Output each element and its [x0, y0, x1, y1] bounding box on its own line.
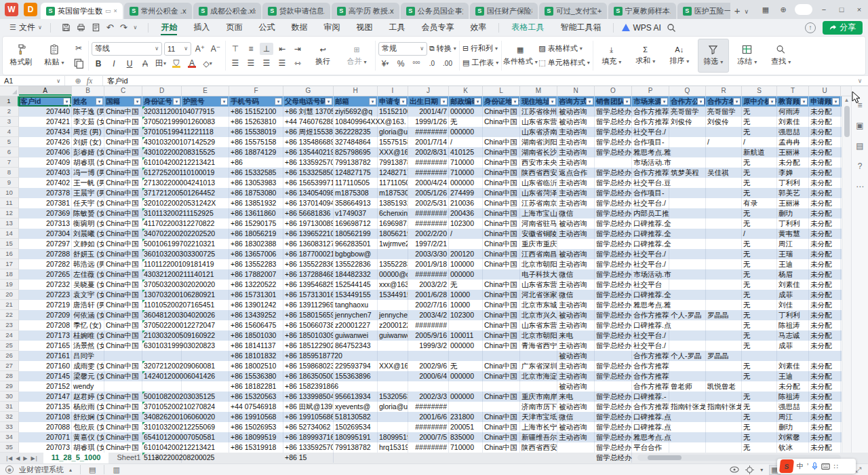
cell[interactable]: 留学总经办	[595, 218, 632, 229]
cell[interactable]: 陈祖涛	[777, 392, 809, 402]
cell[interactable]: 未分配	[809, 361, 841, 371]
cell[interactable]: 169698712	[378, 218, 408, 229]
cell[interactable]: +86 18501030	[229, 330, 283, 341]
cell[interactable]: China中国	[483, 361, 520, 371]
document-tab[interactable]: S成都公积金.xlsx	[193, 3, 261, 19]
row-header-5[interactable]: 5	[0, 137, 19, 147]
column-header-G[interactable]: G	[283, 86, 334, 96]
cell[interactable]	[706, 300, 742, 310]
print-icon[interactable]	[77, 23, 85, 32]
cell[interactable]: +86 15332585	[229, 168, 283, 178]
cell[interactable]: ########	[408, 157, 449, 168]
fx-icon[interactable]: fx	[87, 76, 93, 86]
row-header-19[interactable]: 19	[0, 280, 19, 290]
table-style-button[interactable]: ▨ 表格样式▾	[538, 43, 589, 55]
cell[interactable]: 207297	[19, 239, 72, 249]
cell[interactable]: z20001227	[378, 320, 408, 330]
cell[interactable]: 未分配	[809, 168, 841, 178]
cell[interactable]: jennychen7	[334, 310, 378, 320]
cell[interactable]: 成雨雯 (女	[72, 361, 104, 371]
filter-dropdown-icon[interactable]: ▾	[474, 98, 481, 105]
cell[interactable]: 710000	[449, 442, 483, 453]
cell[interactable]: 370105200210270824	[142, 402, 182, 412]
preview-icon[interactable]	[92, 23, 100, 32]
cell[interactable]	[669, 290, 706, 300]
cell[interactable]: 主动咨询	[557, 198, 595, 208]
cell[interactable]: 207406	[19, 147, 72, 157]
menu-tab-页面[interactable]: 页面	[218, 19, 250, 36]
cell[interactable]: 无	[742, 280, 777, 290]
cell[interactable]	[706, 208, 742, 218]
cell[interactable]: 未分配	[809, 402, 841, 412]
cell[interactable]: 430103200107142529	[142, 137, 182, 147]
cell[interactable]: 500108200203035125	[142, 392, 182, 402]
cell[interactable]: 吴佳祺	[706, 168, 742, 178]
cell[interactable]: +86 15	[283, 453, 334, 463]
cell[interactable]: XXX@163.	[378, 361, 408, 371]
cell[interactable]: 留学总经办	[595, 229, 632, 239]
cell[interactable]: China中国	[104, 117, 142, 127]
cell[interactable]	[669, 412, 706, 422]
cell[interactable]: 留学总经办	[595, 453, 632, 463]
cell[interactable]: 刘素佳	[777, 117, 809, 127]
upload-icon[interactable]: ↑	[805, 22, 816, 33]
cell[interactable]: 371721200501264452	[142, 188, 182, 198]
cell[interactable]: 周煜 (男)	[72, 127, 104, 137]
cell[interactable]: 电子科技大	[520, 269, 557, 280]
document-tab[interactable]: S贷款申请信息.xlsx	[262, 3, 330, 19]
cell[interactable]: 229593794	[334, 361, 378, 371]
eye-icon[interactable]	[730, 466, 739, 473]
cell[interactable]: 210036	[449, 198, 483, 208]
cell[interactable]	[378, 300, 408, 310]
cell[interactable]	[706, 147, 742, 157]
cell[interactable]: 207409	[19, 157, 72, 168]
cell[interactable]: 未分配	[809, 269, 841, 280]
cell[interactable]: 未分配	[809, 392, 841, 402]
cell[interactable]: 108409964XXX@163.	[334, 117, 378, 127]
cell[interactable]: China中国	[483, 147, 520, 157]
cell[interactable]: 留学总经办	[595, 168, 632, 178]
cell[interactable]: gloria@uk	[378, 127, 408, 137]
comma-style-icon[interactable]: ⁰⁰⁰	[410, 58, 423, 70]
filter-dropdown-icon[interactable]: ▾	[369, 98, 376, 105]
cell[interactable]	[669, 208, 706, 218]
cell[interactable]: +86 18182281	[229, 381, 283, 392]
cell[interactable]: 舒妍玉 (女	[72, 249, 104, 259]
cell[interactable]: 1999/1/26	[408, 117, 449, 127]
cell[interactable]: 济南市历下	[520, 402, 557, 412]
cell[interactable]: +86 15538019	[229, 127, 283, 137]
cell[interactable]	[595, 157, 632, 168]
cell[interactable]: China中国	[483, 239, 520, 249]
cell[interactable]: 207223	[19, 290, 72, 300]
cell[interactable]: 陈子逸 (男	[72, 107, 104, 117]
row-header-20[interactable]: 20	[0, 290, 19, 300]
row-header-33[interactable]: 33	[0, 422, 19, 432]
cell[interactable]: 110112200109181419	[142, 259, 182, 269]
cell[interactable]: 刘妍 (女)	[72, 137, 104, 147]
last-sheet-icon[interactable]: ▶∣	[31, 455, 37, 461]
cell[interactable]: +86 18302388	[229, 239, 283, 249]
cell[interactable]: +86 18056219	[229, 229, 283, 239]
column-header-F[interactable]: F	[229, 86, 283, 96]
select-all-corner[interactable]	[0, 86, 19, 96]
filter-dropdown-icon[interactable]: ▾	[440, 98, 448, 105]
cell[interactable]: 彭睿婧 (女	[72, 147, 104, 157]
vertical-scroll-thumb[interactable]	[844, 106, 850, 137]
menu-tab-数据[interactable]: 数据	[283, 19, 315, 36]
cell[interactable]: +86 1396522100	[283, 229, 334, 239]
cell[interactable]: +86 52734062	[283, 422, 334, 432]
cell[interactable]: 207378	[19, 188, 72, 198]
cell[interactable]: 610104200212213421	[142, 442, 182, 453]
header-cell[interactable]: 合作方名▾	[706, 96, 742, 107]
cell[interactable]: +86 15026953	[229, 422, 283, 432]
cell[interactable]: 430321200211140121	[142, 269, 182, 280]
cell[interactable]: 黄嘉仪 (女	[72, 432, 104, 442]
rows-columns-button[interactable]: ⊟ 行和列▾	[462, 43, 498, 55]
prev-sheet-icon[interactable]: ◀	[16, 455, 20, 461]
maximize-icon[interactable]: □	[833, 5, 850, 14]
cell[interactable]: ziyi5692@q	[334, 107, 378, 117]
cell[interactable]: 钦冰	[777, 442, 809, 453]
cell[interactable]: 留学总经办	[595, 239, 632, 249]
percent-icon[interactable]: %	[394, 58, 408, 70]
cell[interactable]: +86 1533258500	[283, 168, 334, 178]
